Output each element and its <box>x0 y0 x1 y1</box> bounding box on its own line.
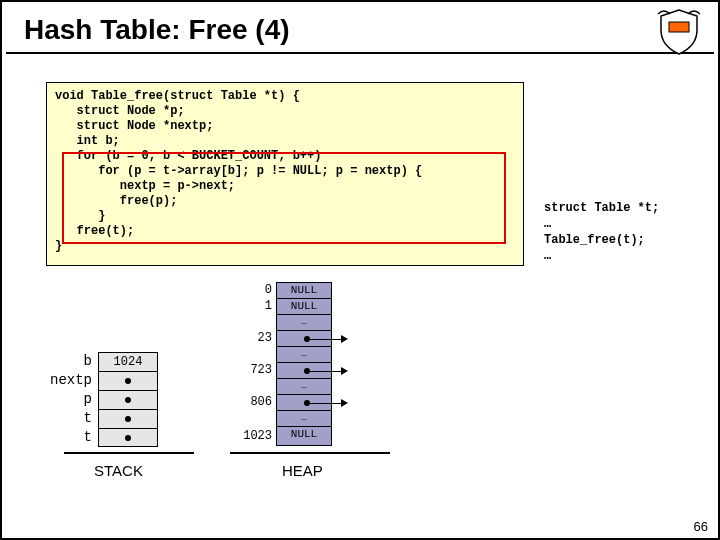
stack-cell <box>99 429 157 448</box>
heap-ground-line <box>230 452 390 454</box>
heap-idx: 1023 <box>236 428 272 444</box>
stack-label: b <box>38 352 92 371</box>
page-number: 66 <box>694 519 708 534</box>
heap-idx: 723 <box>242 362 272 378</box>
heap-cell: NULL <box>277 283 331 299</box>
code-block: void Table_free(struct Table *t) { struc… <box>46 82 524 266</box>
stack-cell <box>99 391 157 410</box>
stack-diagram: b nextp p t t 1024 STACK <box>98 334 248 504</box>
heap-diagram: NULL NULL … … … … NULL 0 1 23 723 806 10… <box>242 282 542 512</box>
slide: Hash Table: Free (4) void Table_free(str… <box>0 0 720 540</box>
heap-cell: … <box>277 379 331 395</box>
crest-icon <box>654 8 704 56</box>
stack-label: p <box>38 390 92 409</box>
heap-idx: 1 <box>242 298 272 314</box>
heap-cell: NULL <box>277 299 331 315</box>
pointer-dot <box>125 397 131 403</box>
heap-array: NULL NULL … … … … NULL <box>276 282 332 446</box>
pointer-arrow <box>307 339 343 340</box>
pointer-dot <box>125 416 131 422</box>
heap-cell: … <box>277 315 331 331</box>
heap-cell <box>277 395 331 411</box>
pointer-arrow <box>307 403 343 404</box>
heap-idx: 806 <box>242 394 272 410</box>
pointer-arrow <box>307 371 343 372</box>
heap-label-text: HEAP <box>282 462 323 479</box>
heap-cell: NULL <box>277 427 331 443</box>
svg-rect-0 <box>669 22 689 32</box>
heap-idx: 23 <box>242 330 272 346</box>
pointer-dot <box>125 435 131 441</box>
stack-label: nextp <box>38 371 92 390</box>
pointer-dot <box>125 378 131 384</box>
side-code: struct Table *t; … Table_free(t); … <box>544 200 659 264</box>
stack-label: t <box>38 409 92 428</box>
heap-cell <box>277 331 331 347</box>
stack-cell <box>99 410 157 429</box>
stack-label-text: STACK <box>94 462 143 479</box>
slide-title: Hash Table: Free (4) <box>6 2 714 54</box>
stack-ground-line <box>64 452 194 454</box>
heap-cell: … <box>277 347 331 363</box>
stack-frame: 1024 <box>98 352 158 447</box>
heap-idx: 0 <box>242 282 272 298</box>
stack-cell: 1024 <box>99 353 157 372</box>
stack-var-labels: b nextp p t t <box>38 352 92 447</box>
heap-cell: … <box>277 411 331 427</box>
heap-cell <box>277 363 331 379</box>
stack-label: t <box>38 428 92 447</box>
stack-cell <box>99 372 157 391</box>
